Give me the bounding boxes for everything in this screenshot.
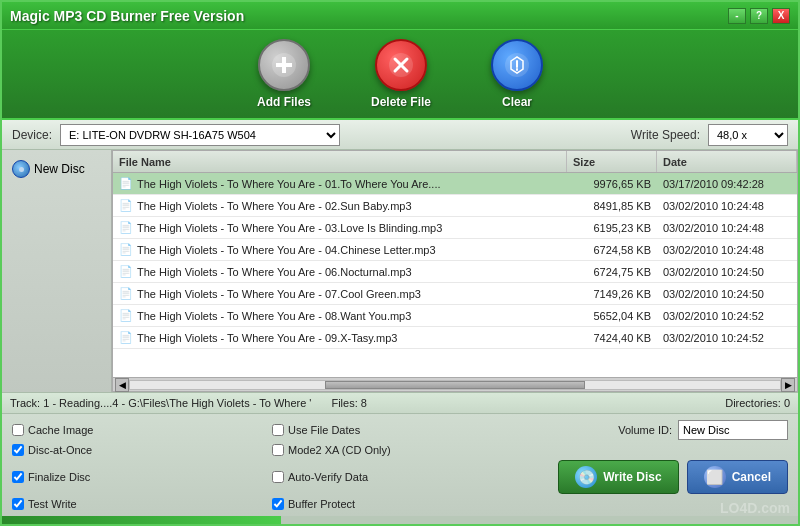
volume-id-label: Volume ID:: [618, 424, 672, 436]
delete-file-icon: [375, 39, 427, 91]
clear-button[interactable]: Clear: [491, 39, 543, 109]
table-row[interactable]: 📄 The High Violets - To Where You Are - …: [113, 217, 797, 239]
file-date-cell: 03/02/2010 10:24:52: [657, 310, 797, 322]
clear-icon: [491, 39, 543, 91]
disc-at-once-label: Disc-at-Once: [28, 444, 92, 456]
progress-bar: [2, 516, 798, 524]
main-area: New Disc File Name Size Date 📄 The High …: [2, 150, 798, 392]
column-header-date[interactable]: Date: [657, 151, 797, 172]
device-label: Device:: [12, 128, 52, 142]
directories-count: Directories: 0: [725, 397, 790, 409]
disc-at-once-checkbox[interactable]: [12, 444, 24, 456]
watermark: LO4D.com: [720, 500, 790, 516]
progress-fill: [2, 516, 281, 524]
cache-image-option: Cache Image: [12, 424, 232, 436]
file-list-header: File Name Size Date: [113, 151, 797, 173]
file-name-cell: 📄 The High Violets - To Where You Are - …: [113, 331, 567, 344]
device-select[interactable]: E: LITE-ON DVDRW SH-16A75 W504: [60, 124, 340, 146]
delete-file-button[interactable]: Delete File: [371, 39, 431, 109]
main-window: Magic MP3 CD Burner Free Version - ? X A…: [0, 0, 800, 526]
mode2-xa-checkbox[interactable]: [272, 444, 284, 456]
file-list-panel: File Name Size Date 📄 The High Violets -…: [112, 150, 798, 392]
volume-id-input[interactable]: [678, 420, 788, 440]
file-date-cell: 03/02/2010 10:24:50: [657, 288, 797, 300]
toolbar: Add Files Delete File Clear: [2, 30, 798, 120]
file-size-cell: 7149,26 KB: [567, 288, 657, 300]
auto-verify-checkbox[interactable]: [272, 471, 284, 483]
write-speed-select[interactable]: 48,0 x: [708, 124, 788, 146]
title-bar: Magic MP3 CD Burner Free Version - ? X: [2, 2, 798, 30]
table-row[interactable]: 📄 The High Violets - To Where You Are - …: [113, 239, 797, 261]
mode2-xa-option: Mode2 XA (CD Only): [272, 444, 492, 456]
close-button[interactable]: X: [772, 8, 790, 24]
add-files-button[interactable]: Add Files: [257, 39, 311, 109]
bottom-options: Cache Image Use File Dates Volume ID: Di…: [2, 414, 798, 516]
files-count: Files: 8: [331, 397, 366, 409]
file-icon: 📄: [119, 243, 133, 256]
file-name-cell: 📄 The High Violets - To Where You Are - …: [113, 309, 567, 322]
cache-image-checkbox[interactable]: [12, 424, 24, 436]
cache-image-label: Cache Image: [28, 424, 93, 436]
file-date-cell: 03/17/2010 09:42:28: [657, 178, 797, 190]
file-size-cell: 9976,65 KB: [567, 178, 657, 190]
finalize-disc-checkbox[interactable]: [12, 471, 24, 483]
file-icon: 📄: [119, 287, 133, 300]
write-disc-button[interactable]: 💿 Write Disc: [558, 460, 678, 494]
table-row[interactable]: 📄 The High Violets - To Where You Are - …: [113, 173, 797, 195]
new-disc-label: New Disc: [34, 162, 85, 176]
test-write-label: Test Write: [28, 498, 77, 510]
table-row[interactable]: 📄 The High Violets - To Where You Are - …: [113, 283, 797, 305]
options-row-2: Disc-at-Once Mode2 XA (CD Only): [12, 444, 788, 456]
disc-panel: New Disc: [2, 150, 112, 392]
file-size-cell: 5652,04 KB: [567, 310, 657, 322]
scrollbar-thumb[interactable]: [325, 381, 585, 389]
file-icon: 📄: [119, 177, 133, 190]
table-row[interactable]: 📄 The High Violets - To Where You Are - …: [113, 327, 797, 349]
column-header-name[interactable]: File Name: [113, 151, 567, 172]
add-files-icon: [258, 39, 310, 91]
file-size-cell: 7424,40 KB: [567, 332, 657, 344]
file-size-cell: 6724,75 KB: [567, 266, 657, 278]
buffer-protect-label: Buffer Protect: [288, 498, 355, 510]
test-write-checkbox[interactable]: [12, 498, 24, 510]
file-name-cell: 📄 The High Violets - To Where You Are - …: [113, 243, 567, 256]
file-name-cell: 📄 The High Violets - To Where You Are - …: [113, 221, 567, 234]
help-button[interactable]: ?: [750, 8, 768, 24]
file-name-cell: 📄 The High Violets - To Where You Are - …: [113, 287, 567, 300]
table-row[interactable]: 📄 The High Violets - To Where You Are - …: [113, 261, 797, 283]
track-info: Track: 1 - Reading....4 - G:\Files\The H…: [10, 397, 311, 409]
file-date-cell: 03/02/2010 10:24:48: [657, 200, 797, 212]
file-date-cell: 03/02/2010 10:24:50: [657, 266, 797, 278]
table-row[interactable]: 📄 The High Violets - To Where You Are - …: [113, 195, 797, 217]
use-file-dates-checkbox[interactable]: [272, 424, 284, 436]
file-name-cell: 📄 The High Violets - To Where You Are - …: [113, 265, 567, 278]
use-file-dates-option: Use File Dates: [272, 424, 492, 436]
finalize-disc-label: Finalize Disc: [28, 471, 90, 483]
cancel-icon: ⬜: [704, 466, 726, 488]
new-disc-item[interactable]: New Disc: [10, 158, 103, 180]
status-bar: Track: 1 - Reading....4 - G:\Files\The H…: [2, 392, 798, 414]
column-header-size[interactable]: Size: [567, 151, 657, 172]
file-size-cell: 6724,58 KB: [567, 244, 657, 256]
test-write-option: Test Write: [12, 498, 232, 510]
disc-icon: [12, 160, 30, 178]
minimize-button[interactable]: -: [728, 8, 746, 24]
table-row[interactable]: 📄 The High Violets - To Where You Are - …: [113, 305, 797, 327]
write-disc-icon: 💿: [575, 466, 597, 488]
file-list-body: 📄 The High Violets - To Where You Are - …: [113, 173, 797, 377]
buffer-protect-checkbox[interactable]: [272, 498, 284, 510]
scrollbar-track[interactable]: [129, 380, 781, 390]
horizontal-scrollbar[interactable]: ◀ ▶: [113, 377, 797, 391]
action-buttons: 💿 Write Disc ⬜ Cancel: [558, 460, 788, 494]
auto-verify-label: Auto-Verify Data: [288, 471, 368, 483]
buffer-protect-option: Buffer Protect: [272, 498, 492, 510]
options-row-4: Test Write Buffer Protect: [12, 498, 788, 510]
cancel-button[interactable]: ⬜ Cancel: [687, 460, 788, 494]
clear-label: Clear: [502, 95, 532, 109]
controls-bar: Device: E: LITE-ON DVDRW SH-16A75 W504 W…: [2, 120, 798, 150]
file-icon: 📄: [119, 265, 133, 278]
file-name-cell: 📄 The High Violets - To Where You Are - …: [113, 199, 567, 212]
add-files-label: Add Files: [257, 95, 311, 109]
write-speed-label: Write Speed:: [631, 128, 700, 142]
disc-at-once-option: Disc-at-Once: [12, 444, 232, 456]
